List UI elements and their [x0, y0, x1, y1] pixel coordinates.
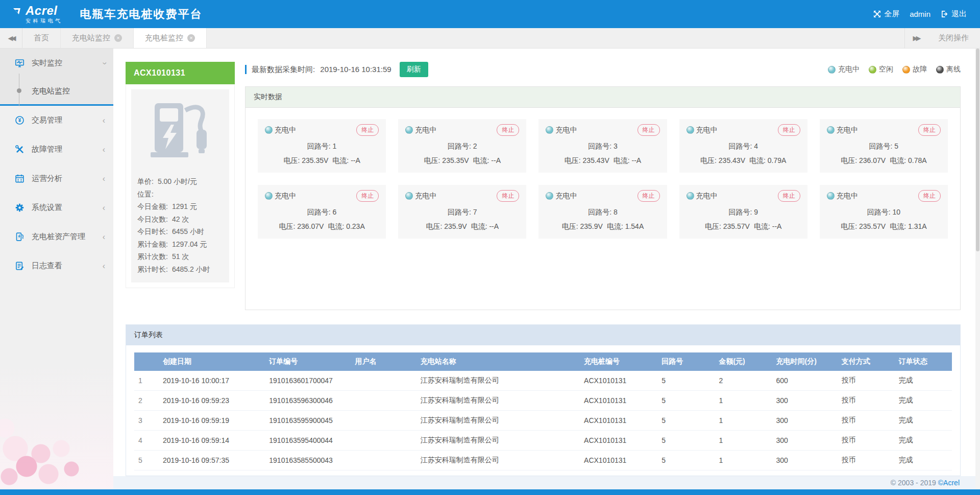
idle-dot-icon [869, 66, 876, 74]
tab-station-monitor[interactable]: 充电站监控 [61, 28, 134, 48]
vertical-scrollbar[interactable] [975, 49, 980, 489]
refresh-button[interactable]: 刷新 [400, 62, 428, 77]
stop-button[interactable]: 终止 [778, 124, 800, 136]
footer: © 2003 - 2019 ©Acrel [113, 476, 980, 489]
charging-card: 充电中 终止 回路号: 6 电压: 236.07V电流: 0.23A [258, 185, 386, 239]
close-operations-button[interactable]: 关闭操作 [927, 28, 980, 48]
charging-card: 充电中 终止 回路号: 1 电压: 235.35V电流: --A [258, 119, 386, 173]
fault-icon [14, 145, 24, 155]
card-status-label: 充电中 [275, 192, 296, 201]
tabs-scroll-right-button[interactable]: ▶▶ [904, 28, 927, 48]
card-voltage-current: 电压: 235.57V电流: --A [687, 222, 800, 231]
main-content: ACX1010131 [113, 49, 980, 489]
orders-column-header: 充电桩编号 [580, 352, 657, 371]
chevron-left-icon: ‹ [103, 262, 105, 271]
charging-dot-icon [405, 126, 413, 134]
decorative-flowers [0, 372, 113, 489]
tabs-scroll-left-button[interactable]: ◀◀ [0, 28, 22, 48]
table-row[interactable]: 32019-10-16 09:59:191910163595900045江苏安科… [134, 411, 952, 431]
chevron-down-icon: ‹ [103, 59, 105, 68]
card-voltage-current: 电压: 235.9V电流: --A [405, 222, 519, 231]
station-info-line: 累计金额:1297.04 元 [137, 238, 223, 251]
sidebar-item-pile-assets[interactable]: 充电桩资产管理 ‹ [0, 222, 113, 251]
card-status-label: 充电中 [696, 126, 718, 135]
charging-pile-icon [137, 89, 223, 175]
card-status-label: 充电中 [415, 126, 436, 135]
page-title: 电瓶车充电桩收费平台 [80, 7, 203, 22]
stop-button[interactable]: 终止 [497, 190, 519, 202]
orders-table-header: 创建日期订单编号用户名充电站名称充电桩编号回路号金额(元)充电时间(分)支付方式… [134, 352, 952, 371]
collect-time-value: 2019-10-16 10:31:59 [320, 65, 391, 74]
table-row[interactable]: 42019-10-16 09:59:141910163595400044江苏安科… [134, 431, 952, 451]
logout-button[interactable]: 退出 [941, 9, 967, 19]
orders-column-header: 金额(元) [715, 352, 772, 371]
charging-card: 充电中 终止 回路号: 5 电压: 236.07V电流: 0.78A [820, 119, 948, 173]
station-info-line: 今日金额:1291 元 [137, 200, 223, 213]
top-header: Acrel 安科瑞电气 电瓶车充电桩收费平台 全屏 admin 退出 [0, 0, 980, 28]
charging-dot-icon [828, 66, 836, 74]
stop-button[interactable]: 终止 [918, 124, 941, 136]
card-loop-number: 回路号: 10 [827, 208, 941, 217]
svg-text:¥: ¥ [18, 117, 21, 123]
sidebar-item-station-monitor[interactable]: 充电站监控 [0, 78, 113, 104]
timeline-dot-icon [14, 78, 24, 104]
tab-pile-monitor[interactable]: 充电桩监控 [134, 28, 207, 48]
close-tab-icon[interactable] [114, 34, 122, 42]
charging-card: 充电中 终止 回路号: 7 电压: 235.9V电流: --A [398, 185, 526, 239]
card-loop-number: 回路号: 2 [405, 142, 519, 151]
table-row[interactable]: 12019-10-16 10:00:171910163601700047江苏安科… [134, 371, 952, 391]
gear-icon [14, 203, 24, 213]
card-loop-number: 回路号: 5 [827, 142, 941, 151]
stop-button[interactable]: 终止 [778, 190, 800, 202]
sidebar-item-settings[interactable]: 系统设置 ‹ [0, 193, 113, 222]
copyright-text: © 2003 - 2019 [891, 479, 936, 487]
card-voltage-current: 电压: 235.57V电流: 1.31A [827, 222, 941, 231]
close-tab-icon[interactable] [187, 34, 195, 42]
stop-button[interactable]: 终止 [638, 124, 660, 136]
realtime-data-panel: 实时数据 充电中 终止 回路号: 1 电压: 235.35V电流: --A 充电… [245, 86, 961, 310]
scrollbar-thumb[interactable] [976, 49, 979, 251]
table-row[interactable]: 22019-10-16 09:59:231910163596300046江苏安科… [134, 391, 952, 411]
card-status-label: 充电中 [696, 192, 718, 201]
fullscreen-icon [873, 10, 881, 18]
app-window: Acrel 安科瑞电气 电瓶车充电桩收费平台 全屏 admin 退出 ◀◀ [0, 0, 980, 495]
card-loop-number: 回路号: 3 [546, 142, 659, 151]
stop-button[interactable]: 终止 [918, 190, 941, 202]
stop-button[interactable]: 终止 [638, 190, 660, 202]
station-info-line: 今日时长:6455 小时 [137, 225, 223, 238]
orders-column-header: 创建日期 [159, 352, 265, 371]
accent-tick [245, 65, 247, 74]
orders-panel: 订单列表 创建日期订单编号用户名充电站名称充电桩编号回路号金额(元)充电时间(分… [126, 324, 961, 476]
brand-name: Acrel [26, 5, 63, 17]
chevron-left-icon: ‹ [103, 203, 105, 213]
charging-dot-icon [265, 126, 273, 134]
card-voltage-current: 电压: 236.07V电流: 0.78A [827, 156, 941, 166]
sidebar-item-transactions[interactable]: ¥ 交易管理 ‹ [0, 106, 113, 135]
fullscreen-button[interactable]: 全屏 [873, 9, 899, 19]
card-loop-number: 回路号: 1 [265, 142, 379, 151]
tab-home[interactable]: 首页 [22, 28, 61, 48]
stop-button[interactable]: 终止 [497, 124, 519, 136]
username[interactable]: admin [910, 10, 930, 18]
sidebar-item-realtime-monitor[interactable]: 实时监控 ‹ [0, 49, 113, 78]
charging-dot-icon [546, 192, 553, 200]
sidebar-item-logs[interactable]: 日志查看 ‹ [0, 251, 113, 280]
footer-brand-link[interactable]: ©Acrel [938, 479, 960, 487]
stop-button[interactable]: 终止 [356, 190, 379, 202]
sidebar-item-faults[interactable]: 故障管理 ‹ [0, 135, 113, 164]
log-icon [14, 261, 24, 271]
card-voltage-current: 电压: 236.07V电流: 0.23A [265, 222, 379, 231]
station-info-list: 单价:5.00 小时/元 位置: 今日金额:1291 元 今日次数:42 次 今… [137, 175, 223, 275]
card-voltage-current: 电压: 235.9V电流: 1.54A [546, 222, 659, 231]
logout-icon [941, 10, 948, 18]
orders-column-header: 回路号 [657, 352, 715, 371]
card-voltage-current: 电压: 235.43V电流: --A [546, 156, 659, 166]
stop-button[interactable]: 终止 [356, 124, 379, 136]
card-status-label: 充电中 [415, 192, 436, 201]
sidebar: 实时监控 ‹ 充电站监控 ¥ 交易管理 ‹ 故障管理 [0, 49, 113, 489]
station-info-line: 位置: [137, 188, 223, 201]
sidebar-item-analysis[interactable]: 运营分析 ‹ [0, 164, 113, 193]
card-loop-number: 回路号: 9 [687, 208, 800, 217]
chevron-left-icon: ‹ [103, 174, 105, 183]
table-row[interactable]: 52019-10-16 09:57:351910163585500043江苏安科… [134, 451, 952, 470]
